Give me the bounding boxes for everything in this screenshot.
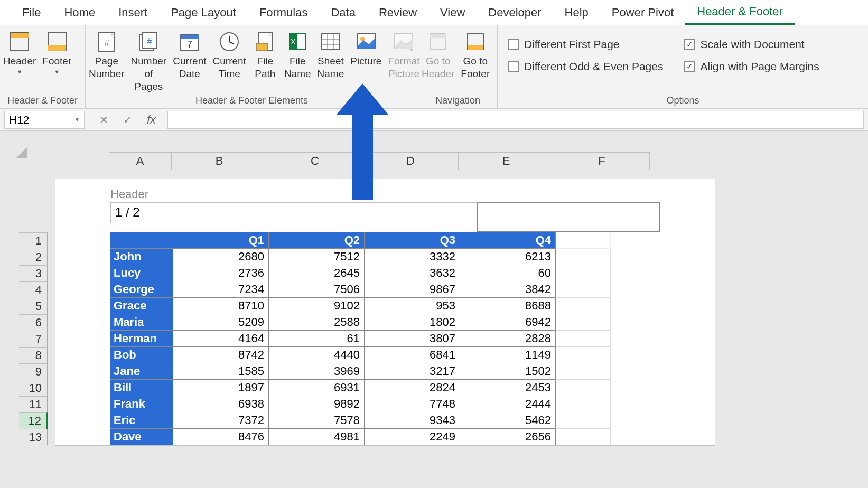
column-header-D[interactable]: D [363, 153, 459, 170]
data-cell[interactable]: 2645 [269, 265, 365, 281]
name-box[interactable]: H12 ▼ [4, 111, 85, 129]
data-cell[interactable]: 1149 [460, 347, 556, 363]
row-header-2[interactable]: 2 [19, 249, 48, 265]
data-cell[interactable]: 6213 [460, 249, 556, 265]
data-cell[interactable]: 3632 [365, 265, 460, 281]
row-header-6[interactable]: 6 [19, 314, 48, 331]
row-header-10[interactable]: 10 [19, 380, 48, 396]
empty-cell[interactable] [556, 265, 611, 281]
empty-cell[interactable] [556, 429, 611, 445]
data-cell[interactable]: 2249 [365, 429, 460, 445]
data-cell[interactable]: 4440 [269, 347, 365, 363]
checkbox-diff-odd-even[interactable]: Different Odd & Even Pages [508, 60, 663, 73]
current-time-button[interactable]: CurrentTime [210, 29, 249, 81]
data-cell[interactable]: 61 [269, 331, 365, 347]
row-name-cell[interactable]: Herman [110, 331, 173, 347]
empty-cell[interactable] [556, 281, 611, 298]
data-cell[interactable]: 1502 [460, 363, 556, 380]
row-name-cell[interactable]: Eric [110, 412, 173, 429]
column-header-E[interactable]: E [459, 153, 554, 170]
tab-file[interactable]: File [11, 0, 52, 25]
header-box-right[interactable] [477, 202, 660, 232]
tab-review[interactable]: Review [367, 0, 428, 25]
data-cell[interactable]: 7748 [365, 396, 460, 412]
empty-cell[interactable] [556, 347, 611, 363]
table-header[interactable]: Q3 [365, 232, 460, 249]
data-cell[interactable]: 6931 [269, 380, 365, 396]
data-cell[interactable]: 2824 [365, 380, 460, 396]
row-name-cell[interactable]: Frank [110, 396, 173, 412]
row-header-8[interactable]: 8 [19, 347, 48, 363]
data-cell[interactable]: 2444 [460, 396, 556, 412]
row-header-9[interactable]: 9 [19, 363, 48, 380]
row-name-cell[interactable]: Jane [110, 363, 173, 380]
data-cell[interactable]: 4164 [173, 331, 269, 347]
table-header[interactable]: Q1 [173, 232, 269, 249]
data-cell[interactable]: 2736 [173, 265, 269, 281]
data-cell[interactable]: 5462 [460, 412, 556, 429]
goto-footer-button[interactable]: Go toFooter [458, 29, 493, 81]
tab-view[interactable]: View [428, 0, 477, 25]
data-cell[interactable]: 7512 [269, 249, 365, 265]
tab-developer[interactable]: Developer [477, 0, 553, 25]
data-cell[interactable]: 6938 [173, 396, 269, 412]
tab-data[interactable]: Data [319, 0, 367, 25]
data-cell[interactable]: 953 [365, 298, 460, 314]
row-name-cell[interactable]: Maria [110, 314, 173, 331]
row-name-cell[interactable]: Bill [110, 380, 173, 396]
cancel-icon[interactable]: ✕ [99, 114, 108, 126]
file-path-button[interactable]: FilePath [249, 29, 281, 81]
page-number-button[interactable]: #PageNumber [86, 29, 128, 81]
empty-cell[interactable] [556, 314, 611, 331]
sheet-name-button[interactable]: SheetName [314, 29, 348, 81]
data-cell[interactable]: 3217 [365, 363, 460, 380]
data-cell[interactable]: 7578 [269, 412, 365, 429]
data-cell[interactable]: 1897 [173, 380, 269, 396]
row-header-12[interactable]: 12 [19, 412, 48, 429]
data-cell[interactable]: 7372 [173, 412, 269, 429]
data-cell[interactable]: 4981 [269, 429, 365, 445]
table-header[interactable]: Q2 [269, 232, 365, 249]
tab-header-footer[interactable]: Header & Footer [685, 0, 795, 25]
row-header-13[interactable]: 13 [19, 429, 48, 445]
header-box-center[interactable] [293, 202, 477, 223]
row-header-3[interactable]: 3 [19, 265, 48, 281]
data-cell[interactable]: 2828 [460, 331, 556, 347]
row-header-1[interactable]: 1 [19, 232, 48, 249]
header-button[interactable]: Header ▼ [0, 29, 39, 76]
empty-cell[interactable] [556, 396, 611, 412]
row-name-cell[interactable]: George [110, 281, 173, 298]
current-date-button[interactable]: 7CurrentDate [170, 29, 209, 81]
empty-cell[interactable] [556, 380, 611, 396]
checkbox-diff-first[interactable]: Different First Page [508, 38, 663, 51]
row-name-cell[interactable]: Dave [110, 429, 173, 445]
data-cell[interactable]: 1585 [173, 363, 269, 380]
footer-button[interactable]: Footer ▼ [39, 29, 74, 76]
tab-formulas[interactable]: Formulas [248, 0, 320, 25]
data-cell[interactable]: 7234 [173, 281, 269, 298]
empty-cell[interactable] [556, 298, 611, 314]
row-name-cell[interactable]: Bob [110, 347, 173, 363]
data-cell[interactable]: 2680 [173, 249, 269, 265]
fx-icon[interactable]: fx [147, 113, 160, 127]
column-header-C[interactable]: C [267, 153, 363, 170]
data-cell[interactable]: 9343 [365, 412, 460, 429]
data-cell[interactable]: 6942 [460, 314, 556, 331]
select-all-corner[interactable] [0, 131, 30, 161]
confirm-icon[interactable]: ✓ [123, 114, 132, 126]
checkbox-align[interactable]: ✓ Align with Page Margins [684, 60, 819, 73]
formula-input[interactable] [167, 111, 864, 129]
row-name-cell[interactable]: John [110, 249, 173, 265]
row-header-7[interactable]: 7 [19, 331, 48, 347]
data-cell[interactable]: 8688 [460, 298, 556, 314]
table-header[interactable]: Q4 [460, 232, 556, 249]
data-cell[interactable]: 6841 [365, 347, 460, 363]
row-header-5[interactable]: 5 [19, 298, 48, 314]
checkbox-scale[interactable]: ✓ Scale with Document [684, 38, 819, 51]
column-header-B[interactable]: B [172, 153, 267, 170]
row-name-cell[interactable]: Grace [110, 298, 173, 314]
data-cell[interactable]: 3807 [365, 331, 460, 347]
table-header[interactable] [110, 232, 173, 249]
data-cell[interactable]: 60 [460, 265, 556, 281]
data-cell[interactable]: 9867 [365, 281, 460, 298]
